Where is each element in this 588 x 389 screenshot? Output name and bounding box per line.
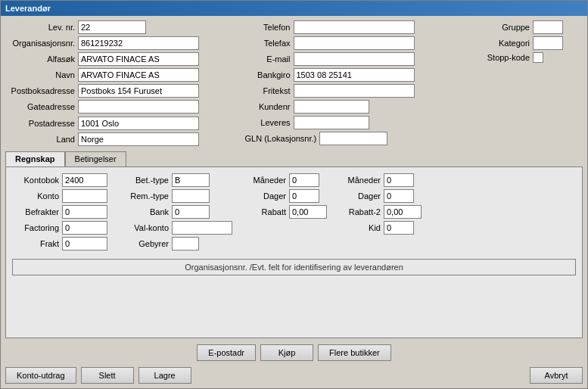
rabatt-label: Rabatt xyxy=(244,207,286,216)
kategori-input[interactable] xyxy=(533,36,563,50)
buttons-left: Konto-utdrag Slett Lagre xyxy=(5,367,191,384)
leveres-label: Leveres xyxy=(245,118,291,127)
tab-content: Kontobok Konto Befrakter Factoring xyxy=(5,166,583,338)
bet-type-label: Bet.-type xyxy=(120,176,169,185)
alfasok-input[interactable] xyxy=(78,52,199,66)
land-input[interactable] xyxy=(78,132,199,146)
gln-label: GLN (Lokasjonsnr.) xyxy=(245,134,317,143)
bet-type-input[interactable] xyxy=(172,173,210,187)
maneder1-label: Måneder xyxy=(244,176,286,185)
status-text: Organisasjonsnr. /Evt. felt for identifi… xyxy=(185,263,403,272)
gruppe-label: Gruppe xyxy=(484,23,530,32)
gebyrer-input[interactable] xyxy=(172,237,199,251)
telefax-label: Telefax xyxy=(245,39,291,48)
email-label: E-mail xyxy=(245,54,291,64)
kid-label: Kid xyxy=(339,223,381,232)
gateadresse-label: Gateadresse xyxy=(5,102,75,111)
navn-label: Navn xyxy=(5,70,75,79)
window-title: Leverandør xyxy=(5,4,51,13)
telefon-label: Telefon xyxy=(245,23,291,32)
navn-input[interactable] xyxy=(78,68,199,82)
alfasok-label: Alfasøk xyxy=(5,54,75,64)
status-bar: Organisasjonsnr. /Evt. felt for identifi… xyxy=(12,259,576,275)
tab-betingelser[interactable]: Betingelser xyxy=(65,151,126,166)
slett-button[interactable]: Slett xyxy=(81,367,134,384)
telefax-input[interactable] xyxy=(294,36,415,50)
dager2-label: Dager xyxy=(339,191,381,201)
lev-nr-label: Lev. nr. xyxy=(5,23,75,32)
telefon-input[interactable] xyxy=(294,20,415,34)
factoring-input[interactable] xyxy=(62,221,107,235)
bank-input[interactable] xyxy=(172,205,210,219)
avbryt-button[interactable]: Avbryt xyxy=(530,367,583,384)
maneder2-input[interactable] xyxy=(384,173,414,187)
kundenr-label: Kundenr xyxy=(245,102,291,111)
kjop-button[interactable]: Kjøp xyxy=(260,344,313,361)
buttons-row-1: E-postadr Kjøp Flere butikker xyxy=(5,344,583,361)
gebyrer-label: Gebyrer xyxy=(120,239,169,248)
flere-butikker-button[interactable]: Flere butikker xyxy=(318,344,391,361)
gln-input[interactable] xyxy=(319,132,387,145)
bankgiro-input[interactable] xyxy=(294,68,415,82)
kundenr-input[interactable] xyxy=(294,100,369,114)
fritekst-input[interactable] xyxy=(294,84,415,98)
postadresse-label: Postadresse xyxy=(5,119,75,128)
fritekst-label: Fritekst xyxy=(245,86,291,95)
postboks-label: Postboksadresse xyxy=(5,86,75,95)
mid-column: Telefon Telefax E-mail Bankgiro Fritekst xyxy=(245,20,485,148)
val-konto-label: Val-konto xyxy=(120,223,169,232)
befrakter-label: Befrakter xyxy=(12,207,59,216)
kontobok-label: Kontobok xyxy=(12,176,59,185)
konto-utdrag-button[interactable]: Konto-utdrag xyxy=(5,367,76,384)
tabs-section: Regnskap Betingelser Kontobok Konto xyxy=(5,151,583,338)
postadresse-input[interactable] xyxy=(78,117,199,130)
lev-nr-input[interactable] xyxy=(78,20,146,34)
regnskap-col2: Bet.-type Rem.-type Bank Val-konto xyxy=(120,173,232,253)
dager2-input[interactable] xyxy=(384,189,414,203)
rem-type-input[interactable] xyxy=(172,189,210,203)
regnskap-col3: Måneder Dager Rabatt xyxy=(244,173,327,253)
rabatt-input[interactable] xyxy=(289,205,327,219)
title-bar: Leverandør xyxy=(1,1,587,16)
kategori-label: Kategori xyxy=(484,39,530,48)
stopp-kode-checkbox[interactable] xyxy=(533,52,543,63)
regnskap-col4: Måneder Dager Rabatt-2 Kid xyxy=(339,173,422,253)
frakt-label: Frakt xyxy=(12,239,59,248)
kid-input[interactable] xyxy=(384,221,414,235)
maneder2-label: Måneder xyxy=(339,176,381,185)
main-window: Leverandør Lev. nr. Organisasjonsnr. Alf… xyxy=(0,0,588,389)
org-nr-input[interactable] xyxy=(78,36,199,50)
frakt-input[interactable] xyxy=(62,237,107,251)
gateadresse-input[interactable] xyxy=(78,100,199,114)
right-column: Gruppe Kategori Stopp-kode xyxy=(484,20,583,148)
val-konto-input[interactable] xyxy=(172,221,232,235)
stopp-kode-label: Stopp-kode xyxy=(484,53,530,62)
rabatt2-label: Rabatt-2 xyxy=(339,207,381,216)
land-label: Land xyxy=(5,135,75,144)
lagre-button[interactable]: Lagre xyxy=(138,367,191,384)
rem-type-label: Rem.-type xyxy=(120,191,169,201)
org-nr-label: Organisasjonsnr. xyxy=(5,39,75,48)
leveres-input[interactable] xyxy=(294,116,369,129)
email-input[interactable] xyxy=(294,52,415,66)
maneder1-input[interactable] xyxy=(289,173,319,187)
rabatt2-input[interactable] xyxy=(384,205,422,219)
top-form-section: Lev. nr. Organisasjonsnr. Alfasøk Navn P… xyxy=(5,20,583,148)
buttons-row-2: Konto-utdrag Slett Lagre Avbryt xyxy=(5,367,583,384)
left-column: Lev. nr. Organisasjonsnr. Alfasøk Navn P… xyxy=(5,20,245,148)
tab-regnskap[interactable]: Regnskap xyxy=(5,151,65,166)
bankgiro-label: Bankgiro xyxy=(245,70,291,79)
konto-input[interactable] xyxy=(62,189,107,203)
factoring-label: Factoring xyxy=(12,223,59,232)
kontobok-input[interactable] xyxy=(62,173,107,187)
dager1-label: Dager xyxy=(244,191,286,201)
gruppe-input[interactable] xyxy=(533,20,563,34)
bank-label: Bank xyxy=(120,207,169,216)
tabs-header: Regnskap Betingelser xyxy=(5,151,583,166)
regnskap-col1: Kontobok Konto Befrakter Factoring xyxy=(12,173,107,253)
dager1-input[interactable] xyxy=(289,189,319,203)
befrakter-input[interactable] xyxy=(62,205,107,219)
konto-label: Konto xyxy=(12,191,59,201)
epostadr-button[interactable]: E-postadr xyxy=(197,344,256,361)
postboks-input[interactable] xyxy=(78,84,199,98)
